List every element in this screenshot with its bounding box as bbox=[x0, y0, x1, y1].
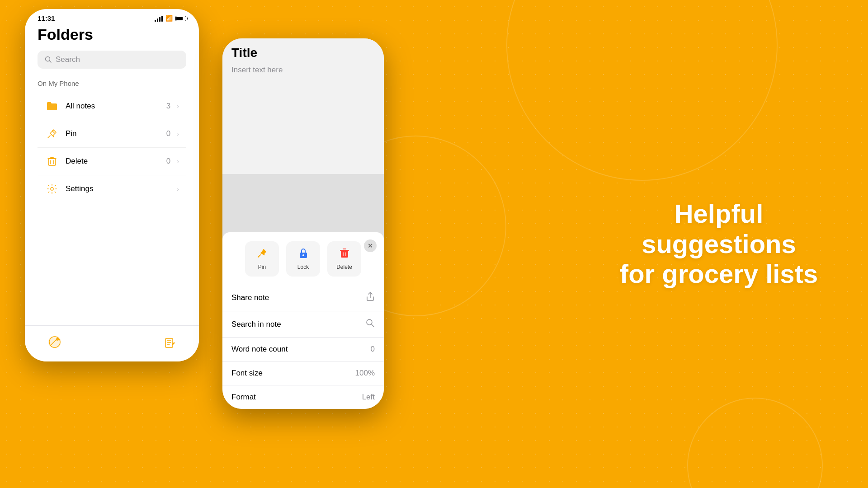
phone2-device: 11:31 〈 ‹ All Notes ··· Done bbox=[222, 38, 384, 409]
phone1-time: 11:31 bbox=[38, 14, 55, 22]
action-buttons-row: ✕ Pin bbox=[222, 232, 384, 284]
word-note-count-item[interactable]: Word note count 0 bbox=[222, 337, 384, 361]
phone1-bottom-bar: + bbox=[25, 325, 199, 361]
svg-point-10 bbox=[48, 336, 61, 348]
svg-line-2 bbox=[48, 136, 50, 138]
delete-action-label: Delete bbox=[336, 264, 352, 270]
svg-rect-14 bbox=[165, 338, 173, 347]
search-bar[interactable]: Search bbox=[38, 51, 186, 69]
folder-item-all-notes[interactable]: All notes 3 › bbox=[38, 93, 186, 120]
svg-rect-21 bbox=[341, 250, 348, 258]
folder-chevron-all-notes: › bbox=[177, 103, 179, 110]
note-title: Title bbox=[231, 46, 375, 60]
signal-icon bbox=[155, 15, 163, 22]
folder-count-delete: 0 bbox=[166, 157, 170, 166]
folder-icon bbox=[45, 99, 59, 113]
svg-line-18 bbox=[258, 255, 260, 257]
folder-chevron-pin: › bbox=[177, 130, 179, 137]
action-sheet: ✕ Pin bbox=[222, 232, 384, 409]
close-icon: ✕ bbox=[368, 242, 373, 249]
folder-name-all-notes: All notes bbox=[66, 102, 160, 111]
lock-action-label: Lock bbox=[297, 264, 309, 270]
format-item[interactable]: Format Left bbox=[222, 385, 384, 409]
svg-point-20 bbox=[302, 254, 304, 256]
phone1-status-icons: 📶 bbox=[155, 15, 186, 22]
close-action-sheet-button[interactable]: ✕ bbox=[364, 239, 377, 252]
folders-title: Folders bbox=[38, 26, 186, 43]
format-value: Left bbox=[362, 393, 375, 402]
phone1-content: Folders Search On My Phone All notes 3 bbox=[25, 26, 199, 202]
folder-item-pin[interactable]: Pin 0 › bbox=[38, 120, 186, 148]
promo-headline: Helpful suggestionsfor grocery lists bbox=[606, 199, 832, 289]
pin-folder-icon bbox=[45, 127, 59, 141]
section-label: On My Phone bbox=[38, 80, 186, 87]
share-icon bbox=[366, 291, 375, 304]
share-note-item[interactable]: Share note bbox=[222, 284, 384, 311]
svg-point-9 bbox=[51, 188, 53, 190]
lock-action-icon bbox=[298, 248, 308, 261]
pin-action-label: Pin bbox=[258, 264, 266, 270]
lock-action-button[interactable]: Lock bbox=[286, 241, 320, 277]
svg-rect-4 bbox=[48, 159, 56, 165]
svg-point-26 bbox=[367, 319, 372, 325]
search-in-note-label: Search in note bbox=[231, 320, 281, 329]
folder-chevron-delete: › bbox=[177, 158, 179, 165]
promo-text-block: Helpful suggestionsfor grocery lists bbox=[606, 199, 832, 289]
format-label: Format bbox=[231, 393, 256, 402]
folder-name-pin: Pin bbox=[66, 129, 160, 138]
font-size-item[interactable]: Font size 100% bbox=[222, 361, 384, 385]
search-placeholder: Search bbox=[56, 55, 80, 64]
svg-text:+: + bbox=[57, 338, 58, 341]
delete-action-button[interactable]: Delete bbox=[327, 241, 361, 277]
add-note-icon[interactable]: + bbox=[47, 335, 62, 352]
phone1-device: 11:31 📶 Folders Search On My Pho bbox=[25, 9, 199, 361]
trash-action-icon bbox=[340, 248, 349, 261]
folder-count-all-notes: 3 bbox=[166, 102, 170, 111]
folder-item-settings[interactable]: Settings › bbox=[38, 175, 186, 202]
trash-folder-icon bbox=[45, 154, 59, 169]
font-size-value: 100% bbox=[355, 369, 375, 378]
svg-line-1 bbox=[50, 61, 52, 63]
folder-count-pin: 0 bbox=[166, 129, 170, 138]
battery-icon bbox=[175, 16, 186, 21]
search-icon bbox=[45, 56, 52, 63]
search-in-note-icon bbox=[366, 319, 375, 330]
edit-note-icon[interactable] bbox=[164, 336, 176, 352]
pin-action-button[interactable]: Pin bbox=[245, 241, 279, 277]
share-note-label: Share note bbox=[231, 293, 269, 302]
settings-folder-icon bbox=[45, 182, 59, 196]
search-in-note-item[interactable]: Search in note bbox=[222, 311, 384, 337]
pin-action-icon bbox=[257, 248, 268, 261]
folder-name-settings: Settings bbox=[66, 184, 164, 193]
phone1-statusbar: 11:31 📶 bbox=[25, 9, 199, 26]
font-size-label: Font size bbox=[231, 369, 263, 378]
word-note-count-label: Word note count bbox=[231, 345, 288, 354]
wifi-icon: 📶 bbox=[165, 15, 173, 22]
folder-name-delete: Delete bbox=[66, 157, 160, 166]
folder-list: All notes 3 › Pin 0 › bbox=[38, 93, 186, 202]
svg-line-27 bbox=[372, 324, 374, 327]
folder-chevron-settings: › bbox=[177, 185, 179, 192]
word-note-count-value: 0 bbox=[371, 345, 375, 354]
folder-item-delete[interactable]: Delete 0 › bbox=[38, 148, 186, 175]
note-area[interactable]: Title Insert text here bbox=[222, 38, 384, 174]
note-placeholder: Insert text here bbox=[231, 66, 375, 75]
